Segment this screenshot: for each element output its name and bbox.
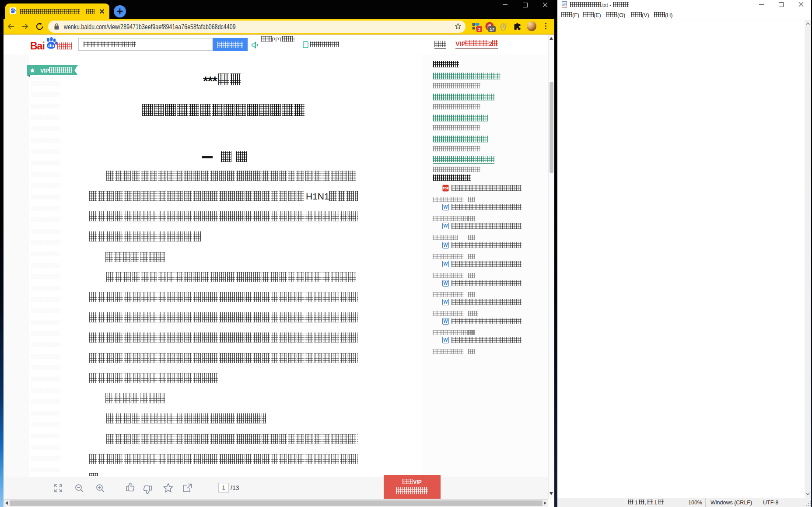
svg-text:du: du: [48, 43, 54, 48]
svg-text:PDF: PDF: [443, 187, 449, 190]
